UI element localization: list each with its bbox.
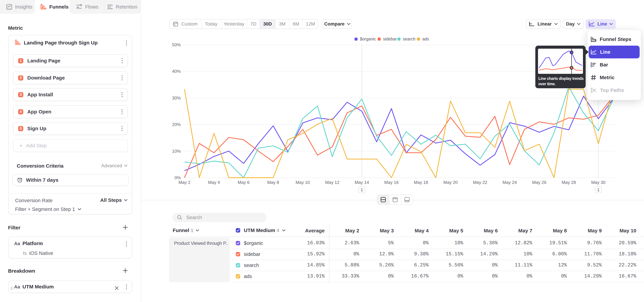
- svg-text:May 2: May 2: [178, 180, 190, 185]
- svg-text:May 24: May 24: [502, 180, 517, 185]
- svg-text:May 8: May 8: [267, 180, 279, 185]
- svg-text:1: 1: [597, 187, 600, 192]
- svg-text:May 12: May 12: [325, 180, 340, 185]
- svg-text:May 22: May 22: [473, 180, 487, 185]
- svg-text:1: 1: [360, 187, 363, 192]
- svg-text:May 14: May 14: [355, 180, 369, 185]
- svg-text:40%: 40%: [172, 69, 181, 74]
- svg-text:50%: 50%: [172, 42, 181, 47]
- svg-text:May 18: May 18: [414, 180, 428, 185]
- svg-text:May 16: May 16: [384, 180, 398, 185]
- svg-text:May 20: May 20: [444, 180, 458, 185]
- svg-text:20%: 20%: [172, 122, 181, 127]
- svg-text:10%: 10%: [172, 149, 181, 154]
- svg-text:May 6: May 6: [238, 180, 250, 185]
- svg-text:May 28: May 28: [562, 180, 576, 185]
- svg-text:May 30: May 30: [591, 180, 606, 185]
- svg-text:May 26: May 26: [532, 180, 546, 185]
- svg-text:May 4: May 4: [208, 180, 220, 185]
- svg-text:0%: 0%: [174, 175, 181, 180]
- svg-text:May 10: May 10: [296, 180, 310, 185]
- svg-text:30%: 30%: [172, 96, 181, 100]
